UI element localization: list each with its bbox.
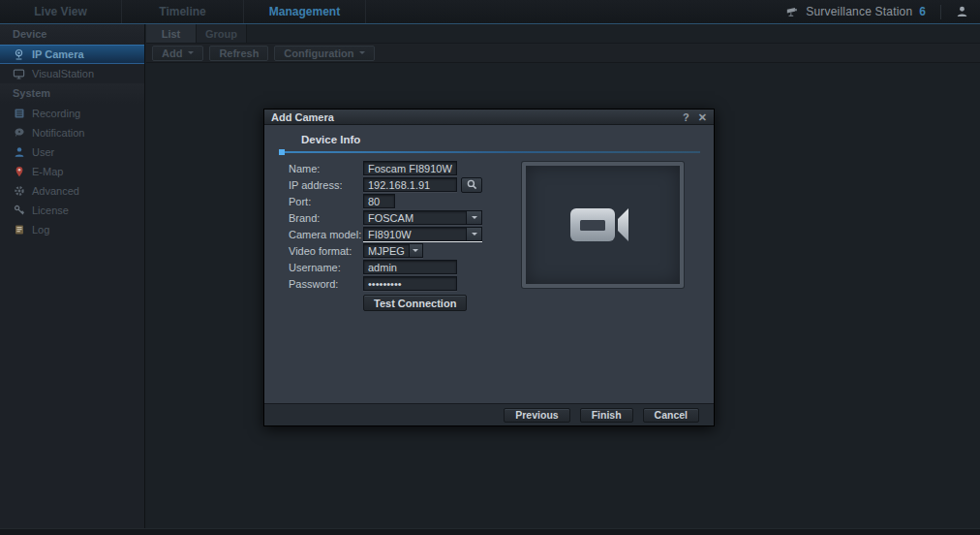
form-row: Brand: FOSCAM [289, 209, 482, 226]
sidebar-item-user[interactable]: User [0, 142, 144, 162]
dialog-body: Device Info Name: IP address: [264, 125, 714, 403]
password-label: Password: [289, 278, 363, 290]
gear-icon [13, 185, 25, 198]
sidebar-item-license[interactable]: License [0, 201, 144, 220]
sidebar-item-label: User [32, 146, 54, 158]
main-nav: Live View Timeline Management [0, 0, 366, 23]
form-row: IP address: [289, 176, 482, 193]
chevron-down-icon [466, 211, 481, 224]
sidebar-item-label: Notification [32, 127, 84, 139]
password-input[interactable] [363, 276, 457, 291]
chevron-down-icon [409, 244, 422, 257]
form-row: Port: [289, 193, 482, 209]
add-button[interactable]: Add [152, 46, 203, 61]
sidebar-item-label: Recording [32, 108, 80, 119]
name-label: Name: [289, 163, 363, 174]
sidebar-item-e-map[interactable]: E-Map [0, 162, 144, 181]
dialog-footer: Previous Finish Cancel [264, 403, 714, 425]
form-row: Camera model: FI8910W [289, 226, 482, 242]
sidebar-item-label: Log [32, 224, 49, 236]
topbar-separator [940, 5, 941, 19]
camera-model-label: Camera model: [289, 229, 363, 240]
form-row: Password: [289, 275, 482, 292]
camera-model-select[interactable]: FI8910W [363, 227, 482, 241]
camera-preview [522, 162, 684, 288]
top-bar: Live View Timeline Management Surveillan… [0, 0, 980, 24]
user-icon [13, 146, 25, 159]
sidebar-section-system: System [0, 83, 144, 104]
recording-icon [13, 108, 25, 120]
port-input[interactable] [363, 194, 395, 208]
brand-label: Brand: [289, 212, 363, 224]
camera-toolbar: Add Refresh Configuration [146, 44, 980, 63]
add-camera-dialog: Add Camera ? ✕ Device Info Name: IP addr… [263, 109, 715, 426]
monitor-icon [13, 68, 25, 80]
tab-group[interactable]: Group [197, 24, 247, 43]
form-row: Username: [289, 259, 482, 275]
close-icon[interactable]: ✕ [698, 110, 707, 124]
notification-icon [13, 127, 25, 140]
section-divider [279, 151, 700, 153]
chevron-down-icon [466, 228, 481, 240]
video-camera-icon [568, 201, 638, 249]
username-input[interactable] [363, 260, 457, 274]
webcam-icon [13, 48, 25, 61]
chevron-down-icon [188, 51, 194, 54]
brand-select[interactable]: FOSCAM [363, 210, 482, 225]
ip-address-label: IP address: [289, 179, 363, 191]
nav-timeline[interactable]: Timeline [122, 0, 244, 23]
form-row: Video format: MJPEG [289, 242, 482, 259]
previous-button[interactable]: Previous [504, 408, 569, 423]
key-icon [13, 205, 25, 217]
sidebar-item-log[interactable]: Log [0, 220, 144, 239]
user-avatar-icon[interactable] [956, 6, 968, 18]
sidebar-item-label: License [32, 205, 69, 216]
bottom-status-strip [0, 528, 980, 535]
test-connection-button[interactable]: Test Connection [363, 295, 467, 311]
sidebar-item-ip-camera[interactable]: IP Camera [0, 45, 144, 64]
refresh-button[interactable]: Refresh [209, 46, 268, 61]
sidebar-item-notification[interactable]: Notification [0, 123, 144, 142]
search-button[interactable] [461, 177, 482, 193]
chevron-down-icon [359, 51, 365, 54]
sidebar-item-label: E-Map [32, 166, 63, 177]
surveillance-camera-icon [786, 6, 799, 18]
surveillance-station-app: Live View Timeline Management Surveillan… [0, 0, 980, 535]
dialog-titlebar[interactable]: Add Camera ? ✕ [264, 110, 714, 125]
view-tabs: List Group [146, 24, 980, 44]
brand-title: Surveillance Station [806, 5, 912, 18]
configuration-button[interactable]: Configuration [274, 46, 375, 61]
username-label: Username: [289, 262, 363, 273]
ip-address-input[interactable] [363, 177, 457, 192]
sidebar: Device IP Camera VisualStation System [0, 24, 145, 528]
sidebar-item-visualstation[interactable]: VisualStation [0, 64, 144, 83]
sidebar-item-advanced[interactable]: Advanced [0, 181, 144, 201]
search-icon [467, 179, 477, 190]
divider-dot [279, 149, 285, 155]
sidebar-section-device: Device [0, 24, 144, 45]
cancel-button[interactable]: Cancel [643, 408, 699, 423]
nav-live-view[interactable]: Live View [0, 0, 122, 23]
section-title: Device Info [301, 134, 360, 145]
video-format-label: Video format: [289, 245, 363, 257]
sidebar-item-label: Advanced [32, 185, 79, 197]
device-info-form: Name: IP address: Port: [289, 160, 482, 311]
emap-icon [13, 166, 25, 178]
sidebar-item-label: VisualStation [32, 68, 94, 79]
log-icon [13, 224, 25, 236]
video-format-select[interactable]: MJPEG [363, 243, 423, 258]
finish-button[interactable]: Finish [580, 408, 633, 423]
name-input[interactable] [363, 161, 457, 175]
sidebar-item-label: IP Camera [32, 48, 84, 60]
sidebar-item-recording[interactable]: Recording [0, 104, 144, 123]
help-icon[interactable]: ? [683, 110, 689, 124]
port-label: Port: [289, 196, 363, 207]
topbar-right: Surveillance Station 6 [786, 5, 980, 19]
dialog-title: Add Camera [271, 111, 334, 123]
form-row: Name: [289, 160, 482, 176]
nav-management[interactable]: Management [244, 0, 366, 23]
brand-version: 6 [919, 5, 926, 18]
tab-list[interactable]: List [146, 24, 197, 43]
